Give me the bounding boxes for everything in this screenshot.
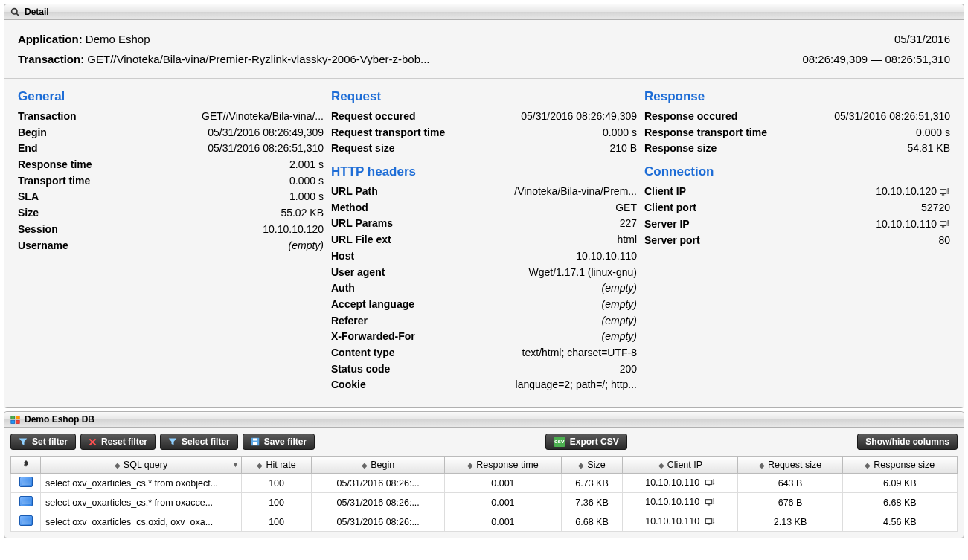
kv-key: Status code xyxy=(331,361,397,378)
kv-row: Client port52720 xyxy=(644,200,950,216)
svg-rect-3 xyxy=(942,194,944,195)
column-header[interactable]: ◆Begin xyxy=(312,457,445,474)
kv-value: 10.10.10.120 xyxy=(263,222,324,238)
kv-row: Cookielanguage=2; path=/; http... xyxy=(331,377,637,393)
kv-value: 05/31/2016 08:26:49,309 xyxy=(521,109,637,125)
kv-row: TransactionGET//Vinoteka/Bila-vina/... xyxy=(18,109,324,125)
sort-icon[interactable]: ◆ xyxy=(362,461,368,469)
kv-value: 1.000 s xyxy=(289,189,324,205)
column-header[interactable]: ◆Request size xyxy=(738,457,842,474)
chart-cell[interactable] xyxy=(11,474,41,493)
kv-key: Client port xyxy=(644,200,704,216)
set-filter-button[interactable]: Set filter xyxy=(10,434,76,450)
kv-value: GET xyxy=(615,200,637,216)
svg-rect-24 xyxy=(708,504,710,505)
sort-icon[interactable]: ◆ xyxy=(257,461,263,469)
size-cell: 6.68 KB xyxy=(561,512,623,532)
network-icon xyxy=(940,216,950,233)
kv-key: Host xyxy=(331,248,362,265)
sort-icon[interactable]: ◆ xyxy=(658,461,664,469)
kv-key: Response transport time xyxy=(644,125,775,141)
chevron-down-icon[interactable]: ▼ xyxy=(232,461,239,469)
reqsize-cell: 676 B xyxy=(738,493,842,512)
kv-row: Content typetext/html; charset=UTF-8 xyxy=(331,345,637,361)
svg-rect-6 xyxy=(940,222,946,226)
sort-icon[interactable]: ◆ xyxy=(115,461,121,469)
column-label: Response time xyxy=(476,460,538,470)
kv-key: Response size xyxy=(644,141,724,157)
table-row[interactable]: select oxv_oxarticles_cs.oxid, oxv_oxa..… xyxy=(11,512,958,532)
column-header[interactable] xyxy=(11,457,41,474)
kv-value: html xyxy=(618,232,637,248)
respsize-cell: 6.09 KB xyxy=(842,474,957,493)
column-label: Response size xyxy=(874,460,935,470)
column-header[interactable]: ◆Size xyxy=(561,457,623,474)
ip-cell: 10.10.10.110 xyxy=(623,493,738,512)
column-label: Size xyxy=(587,460,605,470)
kv-key: Username xyxy=(18,238,76,254)
column-header[interactable]: ◆Response time xyxy=(445,457,561,474)
export-csv-button[interactable]: csv Export CSV xyxy=(545,434,627,450)
show-hide-columns-button[interactable]: Show/hide columns xyxy=(857,434,958,450)
chart-icon xyxy=(19,496,33,506)
kv-key: Content type xyxy=(331,345,403,361)
sort-icon[interactable]: ◆ xyxy=(578,461,584,469)
column-label: Begin xyxy=(371,460,394,470)
sort-icon[interactable]: ◆ xyxy=(759,461,765,469)
kv-value: 54.81 KB xyxy=(907,141,950,157)
svg-rect-2 xyxy=(940,189,946,193)
chart-cell[interactable] xyxy=(11,512,41,532)
kv-value: 05/31/2016 08:26:51,310 xyxy=(208,141,324,157)
kv-value: (empty) xyxy=(289,238,324,254)
hitrate-cell: 100 xyxy=(242,474,312,493)
kv-row: Request size210 B xyxy=(331,141,637,157)
pin-icon xyxy=(22,460,30,468)
column-header[interactable]: ◆SQL query▼ xyxy=(41,457,242,474)
column-label: Request size xyxy=(768,460,821,470)
size-cell: 6.73 KB xyxy=(561,474,623,493)
sort-icon[interactable]: ◆ xyxy=(865,461,871,469)
sort-icon[interactable]: ◆ xyxy=(467,461,473,469)
kv-row: Response time2.001 s xyxy=(18,157,324,173)
kv-key: X-Forwarded-For xyxy=(331,329,423,345)
kv-row: Response size54.81 KB xyxy=(644,141,950,157)
kv-key: Referer xyxy=(331,313,375,329)
kv-key: Request size xyxy=(331,141,403,157)
kv-value: (empty) xyxy=(602,297,637,313)
column-header[interactable]: ◆Hit rate xyxy=(242,457,312,474)
db-toolbar: Set filter Reset filter Select filter Sa… xyxy=(4,428,964,456)
svg-rect-23 xyxy=(705,500,711,504)
svg-rect-12 xyxy=(11,420,15,423)
kv-row: URL Path/Vinoteka/Bila-vina/Prem... xyxy=(331,184,637,200)
column-label: Client IP xyxy=(667,460,702,470)
table-row[interactable]: select oxv_oxarticles_cs.* from oxobject… xyxy=(11,474,958,493)
column-header[interactable]: ◆Client IP xyxy=(623,457,738,474)
kv-key: Size xyxy=(18,205,46,222)
kv-value: 227 xyxy=(620,216,637,232)
kv-row: Auth(empty) xyxy=(331,280,637,297)
kv-key: Response occured xyxy=(644,109,745,125)
reset-filter-button[interactable]: Reset filter xyxy=(80,434,156,450)
kv-row: Session10.10.10.120 xyxy=(18,222,324,238)
begin-cell: 05/31/2016 08:26:... xyxy=(312,474,445,493)
kv-key: Method xyxy=(331,200,376,216)
kv-row: Host10.10.10.110 xyxy=(331,248,637,265)
svg-rect-18 xyxy=(253,442,257,445)
summary-time-range: 08:26:49,309 — 08:26:51,310 xyxy=(802,49,950,69)
chart-cell[interactable] xyxy=(11,493,41,512)
column-header[interactable]: ◆Response size xyxy=(842,457,957,474)
save-filter-button[interactable]: Save filter xyxy=(243,434,315,450)
kv-key: SLA xyxy=(18,189,46,205)
column-label: Hit rate xyxy=(266,460,295,470)
detail-title: Detail xyxy=(25,7,49,17)
respsize-cell: 4.56 KB xyxy=(842,512,957,532)
svg-point-8 xyxy=(947,225,949,226)
kv-value: 0.000 s xyxy=(289,173,324,190)
select-filter-button[interactable]: Select filter xyxy=(160,434,238,450)
rt-cell: 0.001 xyxy=(445,474,561,493)
table-row[interactable]: select oxv_oxarticles_cs.* from oxacce..… xyxy=(11,493,958,512)
svg-rect-13 xyxy=(16,420,19,423)
network-icon xyxy=(705,498,716,508)
detail-panel: Detail Application: Demo Eshop Transacti… xyxy=(4,4,964,408)
column-label: SQL query xyxy=(124,460,167,470)
